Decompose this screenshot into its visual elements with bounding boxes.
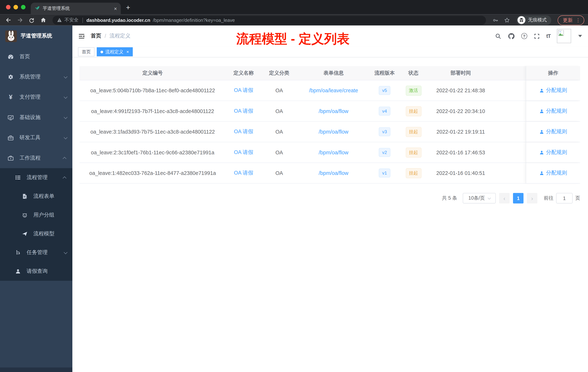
pagination: 共 5 条 10条/页 ‹ 1 › 前往 页 [79,193,580,203]
back-button[interactable] [4,16,13,25]
next-page-button[interactable]: › [527,193,537,203]
assign-rule-button[interactable]: 分配规则 [539,108,567,114]
form-link[interactable]: /bpm/oa/flow [319,108,348,114]
window-minimize-button[interactable] [13,5,18,10]
col-header: 定义名称 [226,70,262,77]
sidebar-item-label: 请假查询 [27,268,66,275]
table-row: oa_leave:1:482ec033-762a-11ec-8477-a2380… [79,163,580,184]
sidebar-item-system[interactable]: 系统管理 [0,67,72,87]
definition-category: OA [262,129,297,135]
goto-page-input[interactable] [556,193,573,203]
current-page-button[interactable]: 1 [513,193,524,203]
form-link[interactable]: /bpm/oa/flow [319,170,348,176]
toolbox-icon [8,134,14,141]
incognito-icon [517,16,525,24]
tag-home[interactable]: 首页 [78,47,94,56]
avatar[interactable] [557,29,571,43]
new-tab-button[interactable]: + [126,3,130,12]
page-size-select[interactable]: 10条/页 [463,193,496,203]
breadcrumb-home[interactable]: 首页 [91,33,101,39]
user-icon [539,171,544,175]
sidebar-item-workflow[interactable]: 工作流程 [0,148,72,168]
table-header-row: 定义编号 定义名称 定义分类 表单信息 流程版本 状态 部署时间 操作 [79,66,580,80]
url-path: /bpm/manager/definition?key=oa_leave [153,17,235,23]
browser-menu-icon[interactable]: ⋮ [576,17,580,23]
home-button[interactable] [39,16,48,25]
col-header: 状态 [399,70,428,77]
browser-update-button[interactable]: 更新 ⋮ [558,15,584,25]
sidebar-item-user-group[interactable]: 用户分组 [0,206,72,224]
help-icon[interactable]: ? [521,33,527,39]
forward-button[interactable] [15,16,25,25]
fullscreen-icon[interactable] [534,33,540,39]
page-size-value: 10条/页 [468,195,485,201]
form-icon [22,193,28,199]
sidebar-item-process-mgmt[interactable]: 流程管理 [0,168,72,187]
sidebar-item-process-form[interactable]: 流程表单 [0,187,72,206]
status-badge: 挂起 [406,106,421,116]
assign-rule-button[interactable]: 分配规则 [539,87,567,94]
tab-close-icon[interactable]: × [114,6,117,11]
assign-rule-button[interactable]: 分配规则 [539,149,567,156]
briefcase-icon [8,155,14,161]
definition-name-link[interactable]: OA 请假 [234,149,253,155]
workflow-submenu: 流程管理 流程表单 用户分组 [0,168,72,281]
sidebar-item-infra[interactable]: 基础设施 [0,107,72,128]
update-label[interactable]: 更新 [563,17,573,23]
sidebar-item-home[interactable]: 首页 [0,47,72,67]
window-close-button[interactable] [6,5,10,10]
form-link[interactable]: /bpm/oa/flow [319,129,348,135]
tag-label: 流程定义 [105,49,124,55]
form-link[interactable]: /bpm/oa/leave/create [309,88,358,94]
sidebar-logo[interactable]: 芋道管理系统 [0,25,72,47]
definition-name-link[interactable]: OA 请假 [234,87,253,93]
reload-button[interactable] [27,16,36,25]
status-badge: 挂起 [406,147,421,158]
version-badge: v4 [379,107,390,116]
sidebar-fold-icon[interactable] [78,33,85,39]
assign-rule-button[interactable]: 分配规则 [539,170,567,176]
security-label[interactable]: 不安全 [64,17,79,23]
col-header: 定义编号 [79,70,226,77]
sidebar-item-task-mgmt[interactable]: 任务管理 [0,243,72,262]
table-row: oa_leave:4:991f2193-7b7f-11ec-a3c8-acde4… [79,101,580,121]
tab-title: 芋道管理系统 [43,5,111,12]
browser-toolbar: 不安全 dashboard.yudao.iocoder.cn/bpm/manag… [0,14,588,25]
prev-page-button[interactable]: ‹ [499,193,510,203]
form-link[interactable]: /bpm/oa/flow [319,149,348,155]
sidebar-item-label: 工作流程 [20,155,58,161]
sidebar-item-label: 首页 [20,53,66,60]
user-icon [539,88,544,93]
sidebar-item-label: 用户分组 [33,212,67,219]
avatar-caret-icon[interactable] [578,35,582,37]
definition-category: OA [262,170,297,176]
tags-bar: 首页 流程定义 × [72,47,588,57]
github-icon[interactable] [508,33,515,40]
search-icon[interactable] [495,33,501,39]
tag-process-definition[interactable]: 流程定义 × [97,47,133,56]
browser-tab[interactable]: 芋道管理系统 × [31,2,121,14]
breadcrumb: 首页 / 流程定义 [91,33,130,39]
deploy-time: 2022-01-16 17:46:53 [428,149,494,155]
deploy-time: 2022-01-22 19:19:11 [428,129,494,135]
user-icon [15,268,21,274]
definition-name-link[interactable]: OA 请假 [234,108,253,114]
url-bar[interactable]: 不安全 dashboard.yudao.iocoder.cn/bpm/manag… [52,16,486,25]
font-size-icon[interactable]: tT [546,33,551,39]
definition-table: 定义编号 定义名称 定义分类 表单信息 流程版本 状态 部署时间 操作 oa_l… [79,66,580,184]
definition-name-link[interactable]: OA 请假 [234,128,253,134]
window-zoom-button[interactable] [21,5,26,10]
sidebar: 芋道管理系统 首页 系统管理 ¥ 支付管理 [0,25,72,372]
sidebar-item-devtools[interactable]: 研发工具 [0,128,72,148]
sidebar-item-process-model[interactable]: 流程模型 [0,224,72,243]
password-key-icon[interactable] [491,16,500,25]
tag-close-icon[interactable]: × [126,49,129,55]
sidebar-item-payment[interactable]: ¥ 支付管理 [0,87,72,107]
chevron-down-icon [488,196,491,200]
assign-rule-button[interactable]: 分配规则 [539,128,567,135]
bookmark-star-icon[interactable] [503,16,512,25]
sidebar-item-leave-query[interactable]: 请假查询 [0,262,72,281]
version-badge: v2 [379,148,390,157]
definition-name-link[interactable]: OA 请假 [234,170,253,176]
col-header: 表单信息 [297,70,370,77]
